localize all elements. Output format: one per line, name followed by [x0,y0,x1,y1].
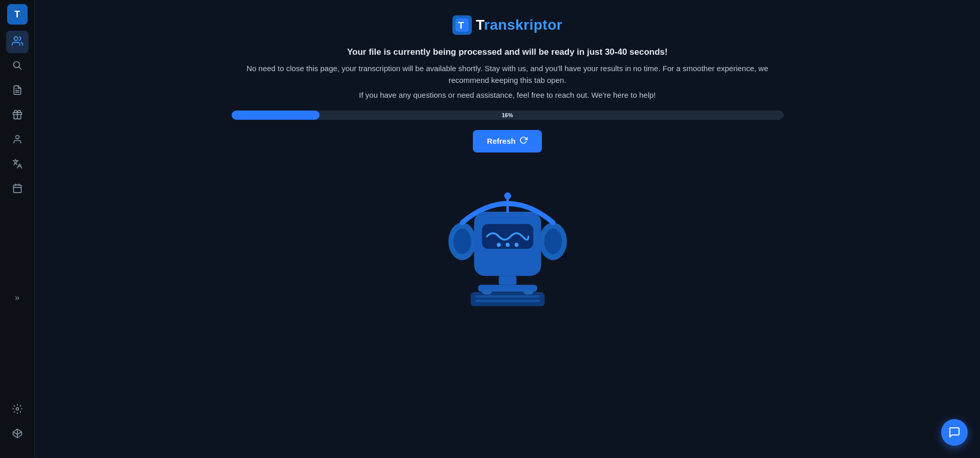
sidebar-item-profile[interactable] [6,129,29,151]
search-icon [12,60,22,73]
brand-name-T: T [476,17,484,33]
sidebar-item-gift[interactable] [6,104,29,127]
logo-header: T Transkriptor [452,15,562,35]
message-block: Your file is currently being processed a… [237,47,779,99]
svg-point-23 [504,192,511,200]
person-icon [12,134,22,147]
file-icon [12,85,22,98]
chat-bubble-button[interactable] [941,419,968,446]
sidebar-expand-button[interactable]: » [6,287,29,309]
brand-name-rest: ranskriptor [484,17,562,33]
svg-point-26 [506,243,510,247]
processing-line1: Your file is currently being processed a… [237,47,779,57]
svg-point-25 [496,243,500,247]
svg-point-12 [16,407,18,410]
diamond-icon [12,428,22,441]
progress-bar-container: 16% [232,111,784,120]
sidebar-item-files[interactable] [6,80,29,102]
svg-rect-32 [475,299,540,302]
svg-point-7 [15,135,19,139]
sidebar-item-tools[interactable] [6,399,29,421]
svg-point-0 [14,36,17,40]
sidebar-logo[interactable]: T [7,4,28,25]
svg-point-20 [544,228,562,254]
refresh-icon [519,136,528,146]
svg-rect-28 [498,276,516,285]
sidebar-item-translate[interactable] [6,154,29,176]
svg-point-34 [523,290,533,295]
main-content: T Transkriptor Your file is currently be… [35,0,980,458]
sidebar-item-users[interactable] [6,31,29,53]
svg-point-18 [453,228,471,254]
brand-name: Transkriptor [476,17,562,33]
tools-icon [12,404,22,417]
progress-label: 16% [502,112,513,118]
sidebar: T [0,0,35,458]
sidebar-item-search[interactable] [6,55,29,78]
svg-rect-30 [470,292,544,306]
refresh-button-label: Refresh [487,137,516,145]
sidebar-logo-letter: T [14,9,20,20]
refresh-button[interactable]: Refresh [473,130,542,152]
chevron-right-double-icon: » [15,293,19,302]
sidebar-item-diamond[interactable] [6,423,29,446]
svg-point-33 [482,290,491,295]
translate-icon [12,159,22,171]
processing-line2: No need to close this page, your transcr… [237,62,779,86]
svg-line-2 [18,67,21,69]
processing-line3: If you have any questions or need assist… [237,91,779,99]
svg-text:T: T [458,20,464,31]
calendar-icon [12,183,22,196]
robot-illustration [441,165,574,308]
progress-fill [232,111,320,120]
logo-icon: T [452,15,472,35]
users-icon [12,35,23,49]
sidebar-item-calendar[interactable] [6,178,29,201]
content-area: T Transkriptor Your file is currently be… [35,0,980,458]
gift-icon [12,110,22,122]
svg-rect-8 [13,185,21,192]
svg-point-27 [514,243,518,247]
svg-rect-31 [475,295,540,297]
